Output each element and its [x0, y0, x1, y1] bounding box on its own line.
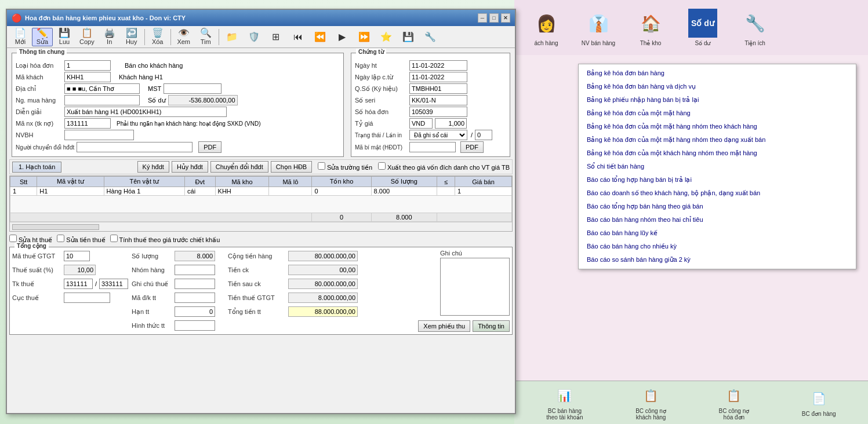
ghi-chu-thue-input[interactable]: [175, 279, 215, 289]
menu-item-2[interactable]: Bảng kê hóa đơn bán hàng và dịch vụ: [579, 80, 856, 93]
bc-don-hang-btn[interactable]: 📄 BC đơn hàng: [797, 385, 841, 420]
back-button[interactable]: ⏪: [310, 28, 331, 46]
nhom-hang-input[interactable]: [175, 265, 215, 275]
mst-input[interactable]: [164, 83, 221, 94]
ma-nx-input[interactable]: [64, 118, 111, 129]
bc-cong-no-hd-btn[interactable]: 📋 BC công nợhóa đơn: [714, 382, 754, 423]
hach-toan-btn[interactable]: 1. Hạch toán: [12, 162, 61, 173]
shield-button[interactable]: 🛡️: [244, 28, 264, 46]
tinh-thue-check[interactable]: [110, 235, 118, 242]
lan-in-input[interactable]: [475, 130, 492, 140]
nvbh-input[interactable]: [64, 130, 134, 140]
sua-button[interactable]: ✏️ Sửa: [32, 28, 53, 46]
chon-hdb-btn[interactable]: Chọn HĐB: [271, 161, 312, 173]
ngay-ht-input[interactable]: [409, 60, 467, 71]
ky-hddt-btn[interactable]: Ký hđdt: [137, 161, 169, 173]
xem-phieu-thu-btn[interactable]: Xem phiếu thu: [418, 320, 470, 332]
icon-the-kho[interactable]: 🏠 Thẻ kho: [630, 9, 671, 46]
menu-item-8[interactable]: Sổ chi tiết bán hàng: [579, 160, 856, 173]
menu-item-11[interactable]: Báo cáo tổng hợp bán hàng theo giá bán: [579, 200, 856, 213]
luu-label: Luu: [59, 38, 70, 45]
dien-giai-input[interactable]: [64, 107, 227, 117]
sua-ht-thue-check[interactable]: [9, 235, 17, 242]
ngay-lap-ctu-input[interactable]: [409, 72, 467, 82]
bc-cong-no-kh-btn[interactable]: 📋 BC công nợkhách hàng: [631, 382, 671, 423]
menu-item-13[interactable]: Báo cáo bán hàng lũy kế: [579, 226, 856, 240]
tim-button[interactable]: 🔍 Tim: [195, 28, 216, 46]
tk-thue-input2[interactable]: [99, 279, 128, 289]
play-button[interactable]: ▶: [332, 28, 353, 46]
menu-item-1[interactable]: Bảng kê hóa đơn bán hàng: [579, 67, 856, 80]
close-button[interactable]: ✕: [501, 13, 510, 23]
xuat-theo-gia-check[interactable]: [378, 162, 386, 170]
prev-button[interactable]: ⏮: [288, 28, 308, 46]
cuc-thue-input[interactable]: [64, 293, 110, 303]
ma-bi-mat-input[interactable]: [409, 142, 456, 152]
pdf-btn-right[interactable]: PDF: [460, 141, 484, 153]
ty-gia-value[interactable]: [435, 118, 467, 129]
hinh-thuc-tt-input[interactable]: [175, 320, 215, 331]
right-icons-row: 👩 ách hàng 👔 NV bán hàng 🏠 Thẻ kho Số dư…: [514, 0, 868, 55]
bc-cong-no-hd-label: BC công nợhóa đơn: [719, 408, 750, 421]
maximize-button[interactable]: □: [489, 13, 499, 23]
icon-nv-ban-hang[interactable]: 👔 NV bán hàng: [578, 9, 619, 46]
icon-so-du[interactable]: Số dư Số dư: [682, 9, 723, 46]
xoa-button[interactable]: 🗑️ Xóa: [147, 28, 168, 46]
menu-item-7[interactable]: Bảng kê hóa đơn của một khách hàng nhóm …: [579, 147, 856, 160]
menu-item-3[interactable]: Bảng kê phiếu nhập hàng bán bị trả lại: [579, 93, 856, 107]
icon-khach-hang[interactable]: 👩 ách hàng: [526, 9, 566, 46]
menu-item-4[interactable]: Bảng kê hóa đơn của một mặt hàng: [579, 107, 856, 120]
scroll-bar[interactable]: [10, 222, 512, 231]
trang-thai-select[interactable]: Đã ghi sổ cái: [409, 130, 467, 140]
huy-hddt-btn[interactable]: Hủy hđdt: [172, 161, 208, 173]
so-du-icon: Số dư: [688, 9, 717, 38]
grid-button[interactable]: ⊞: [266, 28, 286, 46]
nguoi-chuyen-doi-input[interactable]: [77, 142, 193, 152]
q-so-label: Q.Số (Ký hiệu): [355, 85, 407, 93]
ghi-chu-textarea[interactable]: [440, 258, 510, 316]
fwd-button[interactable]: ⏩: [354, 28, 375, 46]
thong-tin-btn[interactable]: Thông tin: [473, 320, 510, 332]
so-seri-input[interactable]: [409, 95, 467, 105]
ty-gia-currency[interactable]: [409, 118, 433, 129]
menu-item-6[interactable]: Bảng kê hóa đơn của một mặt hàng nhóm th…: [579, 133, 856, 147]
totals-col-4: Ghi chú Xem phiếu thu Thông tin: [440, 250, 510, 332]
sua-truong-tien-check[interactable]: [318, 162, 325, 170]
scroll-thumb[interactable]: [12, 224, 99, 230]
wrench-button[interactable]: 🔧: [420, 28, 441, 46]
menu-item-9[interactable]: Báo cáo tổng hợp hàng bán bị trả lại: [579, 173, 856, 187]
loai-hoa-don-input[interactable]: [64, 60, 111, 71]
menu-item-15[interactable]: Báo cáo so sánh bán hàng giữa 2 kỳ: [579, 253, 856, 266]
moi-button[interactable]: 📄 Mới: [10, 28, 31, 46]
minimize-button[interactable]: ─: [478, 13, 487, 23]
folder-button[interactable]: 📁: [221, 28, 242, 46]
table-scroll[interactable]: Stt Mã vật tư Tên vật tư Đvt Mã kho Mã l…: [10, 176, 512, 222]
sua-tien-thue-check[interactable]: [57, 235, 64, 242]
ma-dkt-input[interactable]: [175, 293, 215, 303]
star-button[interactable]: ⭐: [376, 28, 397, 46]
menu-item-12[interactable]: Báo cáo bán hàng nhóm theo hai chỉ tiêu: [579, 213, 856, 226]
ma-thue-gtgt-input[interactable]: [64, 251, 90, 261]
pdf-btn-left[interactable]: PDF: [198, 141, 221, 153]
han-tt-input[interactable]: [175, 306, 215, 317]
save2-button[interactable]: 💾: [398, 28, 419, 46]
icon-tien-ich[interactable]: 🔧 Tiện ích: [735, 9, 775, 46]
nguoi-chuyen-doi-row: Người chuyển đổi hđdt PDF: [16, 141, 340, 153]
luu-button[interactable]: 💾 Luu: [54, 28, 75, 46]
so-luong-input: [175, 251, 215, 261]
so-hoa-don-input[interactable]: [409, 107, 467, 117]
ma-khach-input[interactable]: [64, 72, 111, 82]
chuyen-doi-hddt-btn[interactable]: Chuyển đổi hđdt: [210, 161, 268, 173]
ng-mua-hang-input[interactable]: [64, 95, 140, 105]
dia-chi-input[interactable]: [64, 83, 140, 94]
in-button[interactable]: 🖨️ In: [99, 28, 120, 46]
menu-item-5[interactable]: Bảng kê hóa đơn của một mặt hàng nhóm th…: [579, 120, 856, 133]
menu-item-10[interactable]: Báo cáo doanh số theo khách hàng, bộ phậ…: [579, 187, 856, 200]
bc-ban-hang-btn[interactable]: 📊 BC bán hàngtheo tài khoản: [542, 382, 587, 423]
copy-button[interactable]: 📋 Copy: [76, 28, 98, 46]
q-so-input[interactable]: [409, 83, 467, 94]
huy-button[interactable]: ↩️ Huy: [121, 28, 142, 46]
tk-thue-input1[interactable]: [64, 279, 93, 289]
menu-item-14[interactable]: Báo cáo bán hàng cho nhiều kỳ: [579, 240, 856, 253]
xem-button[interactable]: 👁️ Xem: [173, 28, 194, 46]
